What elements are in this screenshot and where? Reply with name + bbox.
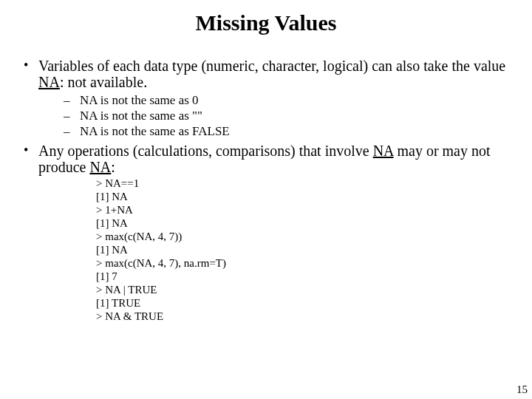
- bullet-list: Variables of each data type (numeric, ch…: [21, 58, 511, 323]
- code-line: [1] 7: [96, 270, 511, 283]
- bullet-1-post: : not available.: [60, 74, 147, 90]
- code-line: > NA & TRUE: [96, 310, 511, 323]
- code-line: [1] NA: [96, 216, 511, 230]
- code-line: > max(c(NA, 4, 7), na.rm=T): [96, 256, 511, 270]
- slide: Missing Values Variables of each data ty…: [0, 0, 532, 399]
- code-line: > NA | TRUE: [96, 283, 511, 296]
- code-line: > NA==1: [96, 177, 511, 190]
- bullet-1-sub-2: NA is not the same as FALSE: [64, 123, 511, 139]
- bullet-2-na1: NA: [373, 143, 394, 159]
- code-line: > 1+NA: [96, 203, 511, 216]
- bullet-1: Variables of each data type (numeric, ch…: [21, 58, 511, 140]
- bullet-2-na2: NA: [89, 159, 111, 175]
- bullet-1-sublist: NA is not the same as 0 NA is not the sa…: [38, 92, 511, 140]
- bullet-1-pre: Variables of each data type (numeric, ch…: [38, 58, 505, 74]
- code-line: > max(c(NA, 4, 7)): [96, 230, 511, 243]
- code-line: [1] NA: [96, 190, 511, 203]
- code-block: > NA==1 [1] NA > 1+NA [1] NA > max(c(NA,…: [96, 177, 511, 323]
- bullet-1-sub-1: NA is not the same as "": [64, 108, 511, 123]
- bullet-2-post: :: [111, 159, 115, 175]
- bullet-2: Any operations (calculations, comparison…: [21, 143, 511, 324]
- code-line: [1] TRUE: [96, 296, 511, 310]
- page-number: 15: [516, 383, 528, 396]
- code-line: [1] NA: [96, 243, 511, 256]
- bullet-1-sub-0: NA is not the same as 0: [64, 92, 511, 108]
- bullet-1-na: NA: [38, 74, 60, 90]
- bullet-2-pre: Any operations (calculations, comparison…: [38, 143, 373, 159]
- slide-title: Missing Values: [21, 10, 511, 35]
